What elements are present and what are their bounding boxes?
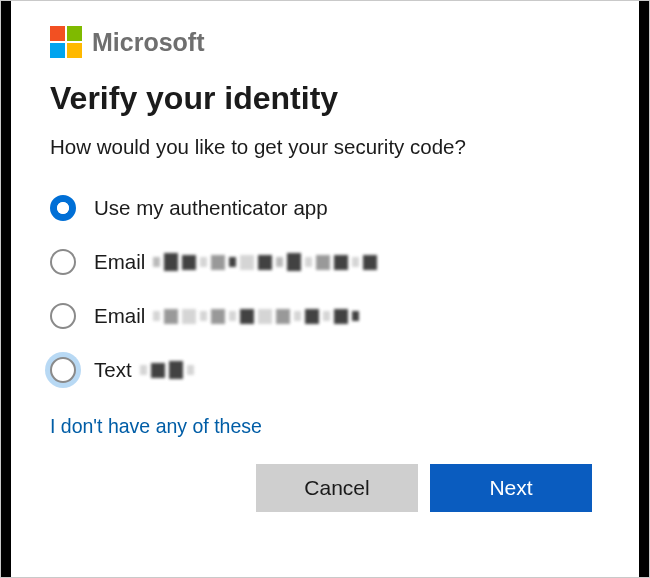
- option-label: Email: [94, 304, 359, 328]
- microsoft-logo-icon: [50, 26, 82, 58]
- phone-frame-right: [639, 1, 649, 577]
- radio-icon[interactable]: [50, 357, 76, 383]
- dialog-buttons: Cancel Next: [50, 464, 600, 512]
- page-title: Verify your identity: [50, 80, 600, 117]
- option-label-prefix: Text: [94, 358, 132, 382]
- option-label: Text: [94, 358, 194, 382]
- page-subtitle: How would you like to get your security …: [50, 135, 600, 159]
- redacted-value: [153, 253, 377, 271]
- brand-name: Microsoft: [92, 28, 205, 57]
- radio-icon[interactable]: [50, 303, 76, 329]
- redacted-value: [153, 309, 359, 324]
- radio-icon[interactable]: [50, 249, 76, 275]
- option-email-2[interactable]: Email: [50, 293, 600, 339]
- option-text[interactable]: Text: [50, 347, 600, 393]
- radio-icon[interactable]: [50, 195, 76, 221]
- redacted-value: [140, 361, 194, 379]
- no-options-link[interactable]: I don't have any of these: [50, 415, 262, 438]
- option-email-1[interactable]: Email: [50, 239, 600, 285]
- dialog-window: Microsoft Verify your identity How would…: [0, 0, 650, 578]
- verification-options: Use my authenticator app Email: [50, 185, 600, 393]
- option-label: Use my authenticator app: [94, 196, 328, 220]
- brand-row: Microsoft: [50, 26, 600, 58]
- next-button[interactable]: Next: [430, 464, 592, 512]
- option-label-prefix: Email: [94, 250, 145, 274]
- option-label: Email: [94, 250, 377, 274]
- cancel-button[interactable]: Cancel: [256, 464, 418, 512]
- dialog-content: Microsoft Verify your identity How would…: [12, 2, 638, 576]
- phone-frame-left: [1, 1, 11, 577]
- option-authenticator-app[interactable]: Use my authenticator app: [50, 185, 600, 231]
- option-label-prefix: Email: [94, 304, 145, 328]
